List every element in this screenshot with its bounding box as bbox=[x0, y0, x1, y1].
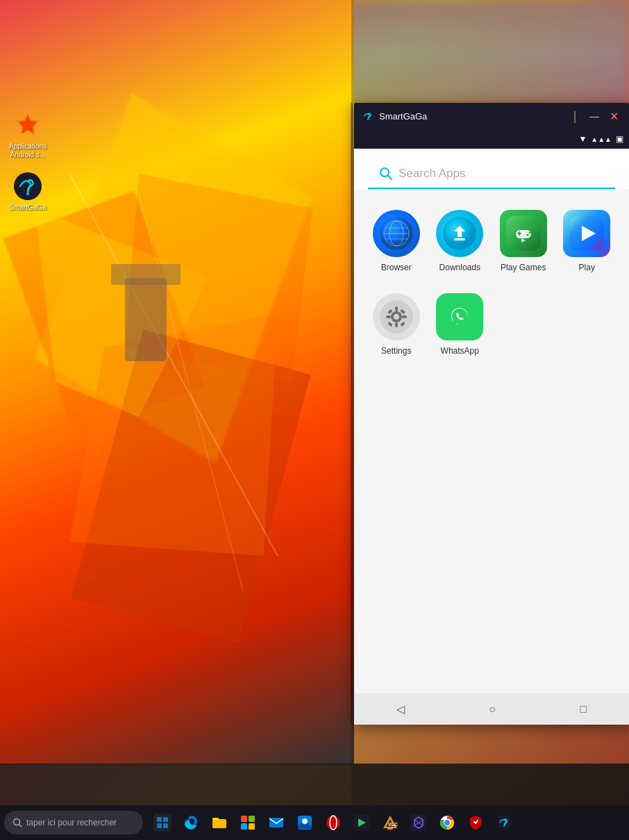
play-store-label: Play bbox=[579, 263, 595, 272]
mail-icon bbox=[267, 814, 285, 832]
play-games-label: Play Games bbox=[501, 263, 546, 272]
settings-icon bbox=[373, 293, 420, 340]
taskbar-item-photos[interactable] bbox=[292, 809, 318, 836]
taskbar-item-task-manager[interactable] bbox=[149, 809, 176, 836]
app-item-settings[interactable]: Settings bbox=[368, 286, 425, 363]
taskbar-search-text: taper ici pour rechercher bbox=[26, 818, 117, 827]
applications-icon[interactable]: Applications Android s... bbox=[3, 108, 52, 162]
search-bar-container: Search Apps bbox=[354, 149, 629, 189]
taskbar-item-mixed-reality[interactable] bbox=[405, 809, 432, 836]
svg-point-29 bbox=[526, 234, 528, 236]
browser-icon bbox=[373, 210, 420, 257]
search-icon bbox=[379, 167, 393, 181]
window-separator bbox=[351, 103, 353, 725]
whatsapp-icon-svg bbox=[442, 299, 477, 334]
play-games-taskbar-icon bbox=[353, 814, 371, 832]
svg-line-14 bbox=[388, 176, 392, 179]
app-item-play-store[interactable]: Play bbox=[559, 203, 616, 279]
taskbar-search[interactable]: taper ici pour rechercher bbox=[4, 811, 143, 834]
browser-icon-svg bbox=[379, 216, 414, 251]
search-bar-wrapper[interactable]: Search Apps bbox=[368, 160, 615, 189]
app-item-whatsapp[interactable]: WhatsApp bbox=[432, 286, 489, 363]
svg-point-46 bbox=[14, 819, 20, 825]
smartgaga-desktop-label: SmartGaGa bbox=[9, 204, 46, 212]
app-item-browser[interactable]: Browser bbox=[368, 203, 425, 279]
smartgaga-window: SmartGaGa | — ✕ ▼ ▲▲▲ ▣ Search Apps bbox=[354, 103, 629, 725]
ms-store-icon bbox=[239, 814, 257, 832]
taskbar-item-play-games[interactable] bbox=[349, 809, 375, 836]
battery-icon: ▣ bbox=[616, 134, 623, 144]
bitdefender-icon bbox=[467, 814, 485, 832]
photos-icon bbox=[296, 814, 314, 832]
play-store-icon bbox=[563, 210, 610, 257]
apps-grid: Browser bbox=[354, 189, 629, 693]
svg-rect-36 bbox=[395, 306, 398, 311]
window-minimize-btn[interactable]: — bbox=[586, 108, 603, 124]
svg-point-12 bbox=[362, 110, 374, 122]
settings-label: Settings bbox=[381, 346, 411, 356]
svg-rect-27 bbox=[517, 233, 521, 234]
desktop-icons: Applications Android s... SmartGaGa bbox=[3, 108, 52, 215]
titlebar-controls: | — ✕ bbox=[567, 108, 622, 124]
svg-rect-64 bbox=[387, 828, 393, 830]
nav-recents-btn[interactable]: □ bbox=[567, 698, 601, 721]
search-placeholder: Search Apps bbox=[399, 167, 465, 181]
taskbar-search-icon bbox=[12, 818, 22, 827]
taskbar-item-ms-store[interactable] bbox=[235, 809, 261, 836]
svg-text:VLC: VLC bbox=[388, 822, 398, 827]
svg-point-59 bbox=[326, 816, 340, 830]
app-content: Search Apps bbox=[354, 149, 629, 693]
taskbar-item-chrome[interactable] bbox=[434, 809, 460, 836]
taskbar-item-mail[interactable] bbox=[263, 809, 290, 836]
taskbar-item-file-explorer[interactable] bbox=[206, 809, 233, 836]
taskbar-item-bitdefender[interactable] bbox=[462, 809, 489, 836]
svg-point-28 bbox=[528, 232, 530, 234]
svg-rect-55 bbox=[249, 823, 255, 830]
mixed-reality-icon bbox=[410, 814, 428, 832]
titlebar-title: SmartGaGa bbox=[379, 111, 427, 122]
taskbar-item-vlc[interactable]: VLC bbox=[377, 809, 403, 836]
taskbar-item-opera[interactable] bbox=[320, 809, 346, 836]
chrome-icon bbox=[438, 814, 456, 832]
android-status-bar: ▼ ▲▲▲ ▣ bbox=[354, 129, 629, 149]
applications-icon-img bbox=[13, 110, 42, 140]
applications-label: Applications Android s... bbox=[6, 142, 49, 159]
opera-icon bbox=[324, 814, 342, 832]
svg-point-74 bbox=[496, 815, 512, 830]
svg-rect-23 bbox=[454, 238, 465, 240]
taskbar-item-edge[interactable] bbox=[178, 809, 204, 836]
app-item-play-games[interactable]: Play Games bbox=[495, 203, 552, 279]
app-item-downloads[interactable]: Downloads bbox=[432, 203, 489, 279]
window-close-btn[interactable]: ✕ bbox=[605, 108, 622, 124]
svg-rect-52 bbox=[241, 816, 247, 822]
nav-back-btn[interactable]: ◁ bbox=[383, 697, 419, 721]
browser-label: Browser bbox=[381, 263, 412, 272]
titlebar-logo-icon bbox=[361, 109, 375, 123]
whatsapp-label: WhatsApp bbox=[441, 346, 479, 356]
smartgaga-icon-img bbox=[13, 172, 42, 201]
svg-point-13 bbox=[380, 168, 389, 176]
smartgaga-desktop-icon[interactable]: SmartGaGa bbox=[3, 169, 52, 215]
svg-point-35 bbox=[394, 314, 399, 320]
vlc-icon: VLC bbox=[381, 814, 399, 832]
game-scene-svg bbox=[0, 139, 354, 625]
svg-rect-37 bbox=[395, 322, 398, 327]
file-explorer-icon bbox=[210, 814, 228, 832]
android-nav-bar: ◁ ○ □ bbox=[354, 693, 629, 725]
nav-home-btn[interactable]: ○ bbox=[475, 698, 510, 721]
wifi-icon: ▼ bbox=[578, 134, 587, 144]
svg-point-11 bbox=[26, 192, 29, 195]
play-games-icon-svg bbox=[506, 216, 541, 251]
svg-rect-54 bbox=[241, 823, 247, 830]
svg-rect-56 bbox=[269, 818, 283, 827]
smartgaga-taskbar-icon bbox=[495, 814, 513, 832]
edge-icon bbox=[182, 814, 200, 832]
titlebar-left: SmartGaGa bbox=[361, 109, 427, 123]
svg-point-10 bbox=[14, 172, 42, 200]
window-separator-btn: | bbox=[567, 108, 583, 124]
svg-rect-6 bbox=[111, 264, 181, 285]
svg-rect-39 bbox=[402, 315, 407, 318]
svg-rect-53 bbox=[249, 816, 255, 822]
taskbar-item-smartgaga[interactable] bbox=[491, 809, 517, 836]
downloads-label: Downloads bbox=[439, 263, 480, 272]
